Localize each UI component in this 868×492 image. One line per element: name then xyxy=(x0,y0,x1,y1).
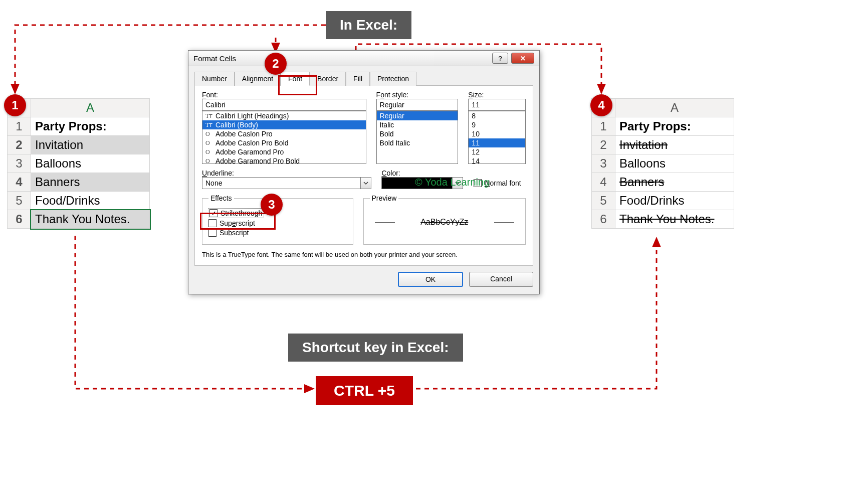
subscript-checkbox[interactable] xyxy=(208,229,216,237)
font-option[interactable]: OAdobe Caslon Pro xyxy=(202,129,366,138)
truetype-icon: Tᴛ xyxy=(205,121,212,128)
cell[interactable]: Thank You Notes. xyxy=(31,210,150,229)
font-input[interactable] xyxy=(202,99,366,111)
row-header[interactable]: 5 xyxy=(592,192,615,210)
color-label: Color: xyxy=(381,169,526,177)
format-cells-dialog: Format Cells ? ✕ Number Alignment Font B… xyxy=(188,50,540,294)
row-header[interactable]: 1 xyxy=(8,117,31,136)
style-input[interactable] xyxy=(376,99,459,111)
size-option[interactable]: 8 xyxy=(469,111,525,120)
top-banner: In Excel: xyxy=(326,11,411,39)
font-option[interactable]: OAdobe Garamond Pro Bold xyxy=(202,156,366,164)
close-button[interactable]: ✕ xyxy=(511,53,534,64)
truetype-icon: Tᴛ xyxy=(205,112,212,119)
subscript-row[interactable]: Subscript xyxy=(208,229,347,237)
cell[interactable]: Invitation xyxy=(31,136,150,154)
cell[interactable]: Banners xyxy=(31,173,150,192)
watermark: © Yoda Learning xyxy=(415,177,489,188)
bottom-banner: Shortcut key in Excel: xyxy=(288,334,463,362)
dialog-tabs: Number Alignment Font Border Fill Protec… xyxy=(188,66,539,85)
subscript-label: Subscript xyxy=(220,229,249,237)
font-option[interactable]: TᴛCalibri (Body) xyxy=(202,120,366,129)
style-option[interactable]: Bold xyxy=(377,129,458,138)
preview-legend: Preview xyxy=(370,194,399,202)
underline-combo[interactable] xyxy=(202,177,361,189)
tab-number[interactable]: Number xyxy=(194,72,235,86)
size-label: Size: xyxy=(468,91,526,99)
size-listbox[interactable]: 8 9 10 11 12 14 xyxy=(468,111,526,164)
font-option[interactable]: TᴛCalibri Light (Headings) xyxy=(202,111,366,120)
font-option[interactable]: OAdobe Garamond Pro xyxy=(202,147,366,156)
row-header[interactable]: 4 xyxy=(592,173,615,192)
cell[interactable]: Party Props: xyxy=(615,117,734,136)
font-listbox[interactable]: TᴛCalibri Light (Headings) TᴛCalibri (Bo… xyxy=(202,111,366,164)
row-header[interactable]: 2 xyxy=(592,136,615,154)
row-header[interactable]: 3 xyxy=(592,154,615,173)
ok-button[interactable]: OK xyxy=(398,272,463,287)
row-header[interactable]: 3 xyxy=(8,154,31,173)
style-option[interactable]: Italic xyxy=(377,120,458,129)
preview-area: AaBbCcYyZz xyxy=(370,207,519,237)
opentype-icon: O xyxy=(205,157,212,164)
opentype-icon: O xyxy=(205,148,212,155)
font-label: FFont:ont: xyxy=(202,91,366,99)
cancel-button[interactable]: Cancel xyxy=(469,272,533,287)
row-header[interactable]: 4 xyxy=(8,173,31,192)
tab-font[interactable]: Font xyxy=(281,72,310,86)
cell[interactable]: Invitation xyxy=(615,136,734,154)
cell[interactable]: Balloons xyxy=(31,154,150,173)
effects-legend: Effects xyxy=(208,194,234,202)
col-header-a[interactable]: A xyxy=(615,99,734,117)
style-label: Font style: xyxy=(376,91,459,99)
cell[interactable]: Balloons xyxy=(615,154,734,173)
strikethrough-label: Strikethrough xyxy=(221,209,262,217)
superscript-label: Superscript xyxy=(220,219,255,227)
size-option[interactable]: 11 xyxy=(469,138,525,147)
row-header[interactable]: 5 xyxy=(8,192,31,210)
cell[interactable]: Food/Drinks xyxy=(31,192,150,210)
excel-table-after: A 1 Party Props: 2 Invitation 3 Balloons… xyxy=(591,98,734,229)
step-2-badge: 2 xyxy=(265,53,287,75)
style-option[interactable]: Regular xyxy=(377,111,458,120)
step-1-badge: 1 xyxy=(4,94,26,116)
shortcut-box: CTRL +5 xyxy=(316,376,413,405)
opentype-icon: O xyxy=(205,130,212,137)
dialog-title: Format Cells xyxy=(193,54,236,63)
size-option[interactable]: 12 xyxy=(469,147,525,156)
size-option[interactable]: 9 xyxy=(469,120,525,129)
size-option[interactable]: 14 xyxy=(469,156,525,164)
size-input[interactable] xyxy=(468,99,526,111)
help-button[interactable]: ? xyxy=(492,53,508,64)
font-option[interactable]: OAdobe Caslon Pro Bold xyxy=(202,138,366,147)
excel-table-before: A 1 Party Props: 2 Invitation 3 Balloons… xyxy=(7,98,150,229)
preview-group: Preview AaBbCcYyZz xyxy=(363,194,526,245)
strikethrough-checkbox[interactable] xyxy=(209,209,218,217)
style-option[interactable]: Bold Italic xyxy=(377,138,458,147)
style-listbox[interactable]: Regular Italic Bold Bold Italic xyxy=(376,111,459,164)
col-header-a[interactable]: A xyxy=(31,99,150,117)
tab-protection[interactable]: Protection xyxy=(370,72,416,86)
cell[interactable]: Banners xyxy=(615,173,734,192)
strikethrough-row[interactable]: Strikethrough xyxy=(208,209,263,218)
underline-label: Underline: xyxy=(202,169,371,177)
row-header[interactable]: 2 xyxy=(8,136,31,154)
preview-text: AaBbCcYyZz xyxy=(420,218,468,227)
cell[interactable]: Food/Drinks xyxy=(615,192,734,210)
dialog-body: FFont:ont: TᴛCalibri Light (Headings) Tᴛ… xyxy=(194,85,533,266)
chevron-down-icon[interactable] xyxy=(361,177,371,189)
size-option[interactable]: 10 xyxy=(469,129,525,138)
row-header[interactable]: 1 xyxy=(592,117,615,136)
cell[interactable]: Party Props: xyxy=(31,117,150,136)
dialog-titlebar[interactable]: Format Cells ? ✕ xyxy=(188,51,539,66)
superscript-checkbox[interactable] xyxy=(208,219,216,227)
step-3-badge: 3 xyxy=(261,194,283,216)
step-4-badge: 4 xyxy=(590,94,612,116)
truetype-note: This is a TrueType font. The same font w… xyxy=(202,251,526,258)
row-header[interactable]: 6 xyxy=(8,210,31,229)
tab-border[interactable]: Border xyxy=(310,72,346,86)
row-header[interactable]: 6 xyxy=(592,210,615,229)
normal-font-label: Normal font xyxy=(485,179,521,187)
cell[interactable]: Thank You Notes. xyxy=(615,210,734,229)
tab-fill[interactable]: Fill xyxy=(346,72,370,86)
superscript-row[interactable]: Superscript xyxy=(208,219,347,227)
